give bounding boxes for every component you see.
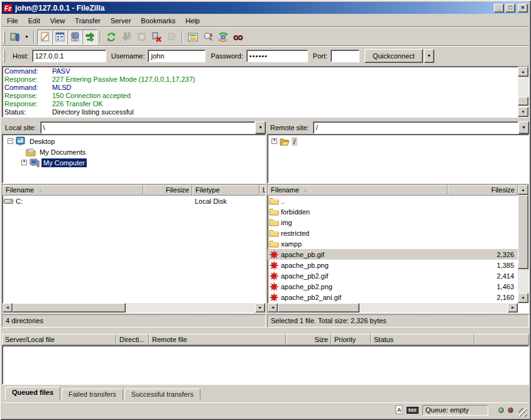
cancel-operation-icon[interactable] xyxy=(134,30,149,45)
collapse-icon[interactable]: − xyxy=(8,138,13,144)
tree-item-root[interactable]: + / xyxy=(268,136,528,146)
file-row-c-drive[interactable]: C: Local Disk xyxy=(3,196,265,206)
menu-help[interactable]: Help xyxy=(180,16,205,26)
column-priority[interactable]: Priority xyxy=(331,334,371,345)
file-row[interactable]: apache_pb.png1,385 xyxy=(268,260,518,270)
find-files-icon[interactable] xyxy=(231,30,246,45)
scroll-right-icon[interactable]: ► xyxy=(508,303,518,312)
menu-edit[interactable]: Edit xyxy=(23,16,45,26)
menu-bookmarks[interactable]: Bookmarks xyxy=(136,16,180,26)
local-horizontal-scrollbar[interactable]: ◄ ► xyxy=(3,303,265,312)
quickconnect-button[interactable]: Quickconnect xyxy=(364,49,423,63)
column-filename[interactable]: Filename▲ xyxy=(268,185,447,196)
quickconnect-dropdown-icon[interactable]: ▼ xyxy=(424,49,434,63)
file-row[interactable]: apache_pb2_ani.gif2,160 xyxy=(268,292,518,302)
menu-server[interactable]: Server xyxy=(106,16,136,26)
site-manager-dropdown-icon[interactable]: ▼ xyxy=(23,30,31,45)
local-site-combo[interactable]: \ ▼ xyxy=(40,121,266,134)
reconnect-icon[interactable] xyxy=(164,30,179,45)
site-manager-icon[interactable] xyxy=(8,30,23,45)
folder-row[interactable]: xampp xyxy=(268,238,528,249)
quickconnect-grip[interactable] xyxy=(3,50,5,62)
toggle-message-log-icon[interactable] xyxy=(37,30,52,45)
process-queue-icon[interactable] xyxy=(119,30,134,45)
directory-listing-filters-icon[interactable] xyxy=(185,30,200,45)
toggle-local-tree-icon[interactable] xyxy=(52,30,67,45)
resize-grip[interactable] xyxy=(518,408,527,417)
directory-comparison-icon[interactable] xyxy=(200,30,216,45)
refresh-icon[interactable] xyxy=(104,30,119,45)
local-site-value[interactable]: \ xyxy=(40,121,255,134)
column-truncated[interactable]: L xyxy=(260,185,266,196)
file-row[interactable]: apache_pb2.gif2,414 xyxy=(268,270,518,281)
folder-row[interactable]: .. xyxy=(268,196,528,206)
tree-label-selected[interactable]: My Computer xyxy=(41,158,87,167)
username-input[interactable]: john xyxy=(148,50,205,62)
log-scrollbar[interactable]: ▲ ▼ xyxy=(518,67,528,117)
remote-tree[interactable]: + / xyxy=(267,134,529,184)
port-input[interactable] xyxy=(331,50,359,62)
folder-row[interactable]: restricted xyxy=(268,228,528,238)
column-filename[interactable]: Filename▲ xyxy=(3,185,143,196)
menu-transfer[interactable]: Transfer xyxy=(70,16,106,26)
toggle-transfer-queue-icon[interactable] xyxy=(82,30,97,45)
folder-row[interactable]: forbidden xyxy=(268,206,528,217)
tree-label[interactable]: My Documents xyxy=(38,148,87,157)
scrollbar-thumb[interactable] xyxy=(13,303,126,312)
scrollbar-thumb[interactable] xyxy=(278,303,359,312)
tab-queued-files[interactable]: Queued files xyxy=(5,387,60,400)
tree-item-desktop[interactable]: − Desktop xyxy=(3,136,265,146)
expand-icon[interactable]: + xyxy=(271,138,277,144)
title-bar[interactable]: Fz john@127.0.0.1 - FileZilla _ □ × xyxy=(2,2,529,14)
tree-item-my-documents[interactable]: My Documents xyxy=(3,146,265,157)
menu-file[interactable]: File xyxy=(2,16,23,26)
message-log[interactable]: Command:PASV Response:227 Entering Passi… xyxy=(2,66,529,118)
scrollbar-thumb[interactable] xyxy=(518,195,528,269)
scroll-up-icon[interactable]: ▲ xyxy=(518,67,528,77)
file-row[interactable]: apache_pb2.png1,463 xyxy=(268,281,518,292)
remote-vertical-scrollbar[interactable]: ▲ ▼ xyxy=(518,185,528,303)
tree-label[interactable]: Desktop xyxy=(28,137,57,146)
scroll-down-icon[interactable]: ▼ xyxy=(518,293,528,303)
column-filesize[interactable]: Filesize xyxy=(447,185,518,196)
remote-site-value[interactable]: / xyxy=(313,121,518,134)
scroll-left-icon[interactable]: ◄ xyxy=(268,303,278,312)
column-server-local-file[interactable]: Server/Local file xyxy=(2,334,116,345)
password-input[interactable]: •••••• xyxy=(246,50,308,62)
menu-view[interactable]: View xyxy=(45,16,70,26)
tree-label-selected[interactable]: / xyxy=(292,137,297,146)
minimize-button[interactable]: _ xyxy=(494,4,504,13)
column-size[interactable]: Size xyxy=(286,334,331,345)
column-filetype[interactable]: Filetype xyxy=(192,185,260,196)
column-direction[interactable]: Directi... xyxy=(116,334,149,345)
folder-row[interactable]: img xyxy=(268,217,528,228)
toolbar-grip[interactable] xyxy=(3,31,5,43)
column-status[interactable]: Status xyxy=(371,334,474,345)
expand-icon[interactable]: + xyxy=(21,160,27,165)
queue-body[interactable] xyxy=(2,345,529,385)
scroll-left-icon[interactable]: ◄ xyxy=(3,303,13,312)
scroll-up-icon[interactable]: ▲ xyxy=(518,185,528,195)
remote-file-list[interactable]: Filename▲ Filesize .. forbidden img rest… xyxy=(267,184,529,313)
column-remote-file[interactable]: Remote file xyxy=(149,334,286,345)
local-site-dropdown-icon[interactable]: ▼ xyxy=(255,121,266,134)
column-filesize[interactable]: Filesize xyxy=(143,185,192,196)
disconnect-icon[interactable] xyxy=(149,30,164,45)
file-row-selected[interactable]: apache_pb.gif2,326 xyxy=(268,249,518,260)
scroll-down-icon[interactable]: ▼ xyxy=(518,107,528,117)
remote-site-combo[interactable]: / ▼ xyxy=(313,121,529,134)
maximize-button[interactable]: □ xyxy=(505,4,515,13)
toggle-remote-tree-icon[interactable] xyxy=(67,30,82,45)
tab-failed-transfers[interactable]: Failed transfers xyxy=(62,389,123,400)
tab-successful-transfers[interactable]: Successful transfers xyxy=(124,389,200,400)
remote-horizontal-scrollbar[interactable]: ◄ ► xyxy=(268,303,518,312)
local-tree[interactable]: − Desktop My Documents + My Computer xyxy=(2,134,266,184)
tree-item-my-computer[interactable]: + My Computer xyxy=(3,157,265,168)
close-button[interactable]: × xyxy=(518,4,528,13)
remote-site-dropdown-icon[interactable]: ▼ xyxy=(518,121,529,134)
host-input[interactable]: 127.0.0.1 xyxy=(32,50,106,62)
scroll-right-icon[interactable]: ► xyxy=(255,303,265,312)
transfer-type-icon[interactable]: A xyxy=(393,405,405,415)
scrollbar-thumb[interactable] xyxy=(518,97,528,106)
speed-limit-icon[interactable]: 500 xyxy=(407,407,419,414)
